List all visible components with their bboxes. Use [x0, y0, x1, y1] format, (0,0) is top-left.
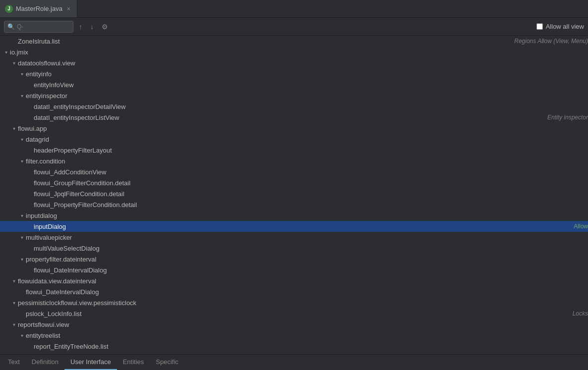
tree-item-sublabel: Locks — [573, 310, 588, 317]
tree-item[interactable]: datatI_entityInspectorListViewEntity ins… — [0, 112, 588, 123]
tree-item-label: datatI_entityInspectorListView — [34, 114, 544, 121]
tree-arrow-icon: ▾ — [18, 213, 26, 218]
tree-item-label: entitytreelist — [26, 332, 588, 339]
tree-arrow-icon: ▾ — [10, 278, 18, 284]
tree-arrow-icon: ▾ — [18, 137, 26, 142]
tree-item-label: entityinfo — [26, 70, 588, 78]
tree-item-label: multivaluepicker — [26, 234, 588, 241]
tree-item[interactable]: ▾filter.condition — [0, 156, 588, 166]
allow-all-checkbox[interactable] — [536, 23, 543, 30]
tree-item-sublabel: Regions Allow (View, Menu) — [514, 38, 588, 45]
tree-item[interactable]: flowui_GroupFilterCondition.detail — [0, 177, 588, 188]
tree-item-label: pslock_LockInfo.list — [26, 310, 570, 317]
tab-file-icon: J — [5, 5, 13, 13]
tree-item-label: inputdialog — [26, 212, 588, 219]
tree-item[interactable]: report_EntityTreeNode.list — [0, 341, 588, 352]
tree-item-label: flowui_GroupFilterCondition.detail — [34, 179, 588, 187]
tree-arrow-icon: ▾ — [2, 50, 10, 55]
tree-item-label: propertyfilter.dateinterval — [26, 256, 588, 263]
tree-item-label: multiValueSelectDialog — [34, 245, 588, 252]
tab-text[interactable]: Text — [2, 355, 26, 370]
tree-item[interactable]: ▾entityinfo — [0, 68, 588, 79]
tree-item-badge: Allow — [574, 223, 588, 230]
tree-item[interactable]: ▾datagrid — [0, 134, 588, 145]
tree-arrow-icon: ▾ — [10, 126, 18, 131]
tree-item-label: ZoneIslruta.list — [18, 38, 511, 45]
allow-all-view-container: Allow all view — [536, 23, 584, 30]
search-input[interactable] — [17, 23, 66, 30]
tree-item-sublabel: Entity inspector — [547, 114, 588, 121]
tree-item[interactable]: entityInfoView — [0, 79, 588, 90]
tree-item[interactable]: ▾io.jmix — [0, 47, 588, 57]
tree-item[interactable]: flowui_JpqlFilterCondition.detail — [0, 188, 588, 199]
allow-all-label[interactable]: Allow all view — [546, 23, 584, 30]
tree-arrow-icon: ▾ — [10, 60, 18, 66]
tree-item-label: flowui_DateIntervalDialog — [26, 288, 588, 296]
tree-item[interactable]: ▾propertyfilter.dateinterval — [0, 254, 588, 264]
tree-item[interactable]: flowui_PropertyFilterCondition.detail — [0, 199, 588, 210]
tree-item[interactable]: headerPropertyFilterLayout — [0, 145, 588, 156]
tree-item[interactable]: ▾flowui.app — [0, 123, 588, 134]
tree-item[interactable]: ▾multivaluepicker — [0, 232, 588, 243]
tree-item-label: flowui_DateIntervalDialog — [34, 266, 588, 274]
tree-item-label: flowui_JpqlFilterCondition.detail — [34, 190, 588, 198]
tree-item-label: flowui_PropertyFilterCondition.detail — [34, 201, 588, 209]
tree-item-label: datatoolsflowui.view — [18, 59, 588, 67]
tree-item[interactable]: ZoneIslruta.listRegions Allow (View, Men… — [0, 36, 588, 47]
tree-item-label: datatI_entityInspectorDetailView — [34, 103, 588, 110]
search-box[interactable]: 🔍 — [4, 21, 73, 33]
tree-item[interactable]: pslock_LockInfo.listLocks — [0, 308, 588, 319]
tree-arrow-icon: ▾ — [10, 322, 18, 327]
tree-item-label: headerPropertyFilterLayout — [34, 147, 588, 154]
tree-arrow-icon: ▾ — [18, 333, 26, 338]
tree-item-label: pessimisticlockflowui.view.pessimisticlo… — [18, 299, 588, 307]
tree-item[interactable]: flowui_AddConditionView — [0, 166, 588, 177]
tree-arrow-icon: ▾ — [18, 235, 26, 240]
tree-arrow-icon: ▾ — [18, 93, 26, 99]
tree-item[interactable]: ▾datatoolsflowui.view — [0, 57, 588, 68]
tree-item[interactable]: datatI_entityInspectorDetailView — [0, 101, 588, 112]
tree-item-label: flowuidata.view.dateinterval — [18, 277, 588, 285]
tree-item-label: io.jmix — [10, 49, 588, 56]
tree-item[interactable]: flowui_DateIntervalDialog — [0, 286, 588, 297]
tree-item[interactable]: ▾entitytreelist — [0, 330, 588, 341]
bottom-tabs: TextDefinitionUser InterfaceEntitiesSpec… — [0, 354, 588, 370]
toolbar: 🔍 ↑ ↓ ⚙ Allow all view — [0, 18, 588, 36]
tab-specific[interactable]: Specific — [150, 355, 184, 370]
tree-item-label: entityInfoView — [34, 81, 588, 89]
navigate-up-button[interactable]: ↑ — [76, 21, 85, 32]
tree-item[interactable]: ▾pessimisticlockflowui.view.pessimisticl… — [0, 297, 588, 308]
tree-arrow-icon: ▾ — [18, 257, 26, 262]
tree-item[interactable]: ▾inputdialog — [0, 210, 588, 221]
tree-arrow-icon: ▾ — [10, 300, 18, 306]
tree-item[interactable]: flowui_DateIntervalDialog — [0, 264, 588, 275]
tree-item-label: flowui.app — [18, 125, 588, 132]
tree-item-label: datagrid — [26, 136, 588, 143]
tree-arrow-icon: ▾ — [18, 71, 26, 77]
tab-definition[interactable]: Definition — [26, 355, 64, 370]
tree-item-label: inputDialog — [34, 223, 571, 230]
tree-item-label: entityinspector — [26, 92, 588, 100]
tree-item[interactable]: ▾reportsflowui.view — [0, 319, 588, 330]
tree-container: ZoneIslruta.listRegions Allow (View, Men… — [0, 36, 588, 354]
tree-item[interactable]: inputDialogAllow — [0, 221, 588, 232]
tree-item-label: reportsflowui.view — [18, 321, 588, 328]
settings-button[interactable]: ⚙ — [99, 21, 111, 32]
tab-entities[interactable]: Entities — [117, 355, 150, 370]
tab-bar: J MasterRole.java × — [0, 0, 588, 18]
tab-title: MasterRole.java — [16, 5, 62, 12]
tree-arrow-icon: ▾ — [18, 159, 26, 164]
navigate-down-button[interactable]: ↓ — [88, 21, 96, 32]
tree-item-label: flowui_AddConditionView — [34, 168, 588, 176]
tab-close-button[interactable]: × — [65, 5, 72, 13]
tree-item[interactable]: ▾flowuidata.view.dateinterval — [0, 275, 588, 286]
tree-item[interactable]: multiValueSelectDialog — [0, 243, 588, 254]
tree-item-label: report_EntityTreeNode.list — [34, 343, 588, 350]
tree-item[interactable]: ▾entityinspector — [0, 90, 588, 101]
tree-item-label: filter.condition — [26, 158, 588, 165]
search-icon: 🔍 — [7, 23, 15, 30]
master-role-tab[interactable]: J MasterRole.java × — [0, 0, 77, 17]
tab-user-interface[interactable]: User Interface — [64, 355, 117, 370]
